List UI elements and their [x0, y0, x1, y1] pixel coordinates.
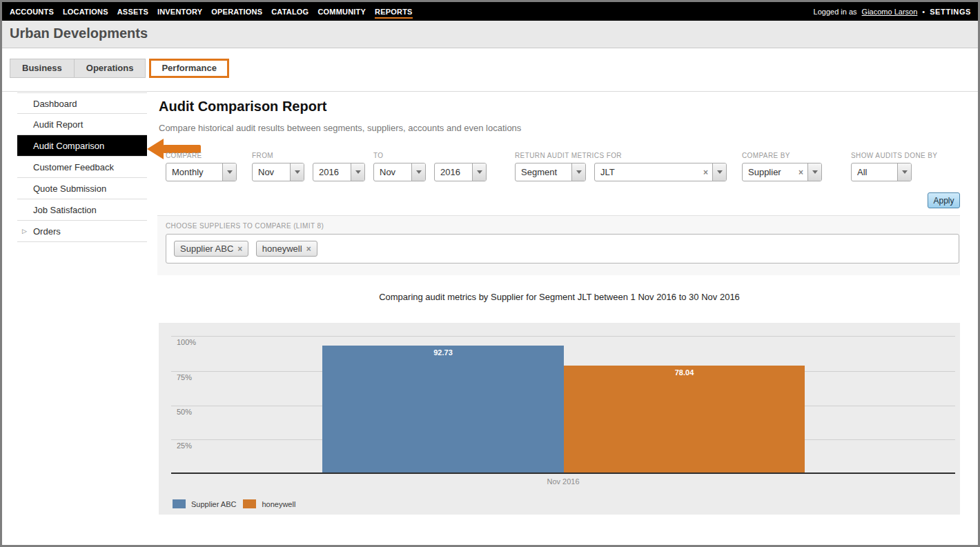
bar-value-label: 78.04: [564, 368, 805, 377]
sidebar-item-orders[interactable]: ▷ Orders: [17, 221, 147, 242]
suppliers-multiselect-input[interactable]: Supplier ABC × honeywell ×: [166, 234, 959, 263]
audits-done-by-value: All: [857, 167, 897, 177]
bar-supplier-abc: 92.73: [322, 346, 564, 473]
y-tick-100: 100%: [177, 338, 196, 346]
from-year-value: 2016: [319, 167, 351, 177]
app-header: Urban Developments: [2, 21, 978, 48]
apply-button[interactable]: Apply: [928, 192, 960, 208]
filter-label-compare-by: COMPARE BY: [742, 152, 790, 159]
chevron-down-icon[interactable]: [351, 163, 364, 181]
from-year-select[interactable]: 2016: [313, 163, 365, 181]
tab-strip: Business Operations Performance: [2, 48, 978, 92]
report-sidebar: Dashboard Audit Report Audit Comparison …: [17, 92, 147, 242]
tabs: Business Operations Performance: [10, 59, 229, 78]
compare-select[interactable]: Monthly: [166, 163, 237, 181]
chart-legend: Supplier ABC honeywell: [173, 499, 295, 508]
chart-title: Comparing audit metrics by Supplier for …: [159, 292, 960, 302]
chevron-down-icon[interactable]: [897, 163, 911, 181]
legend-label: honeywell: [262, 500, 295, 508]
nav-item-locations[interactable]: LOCATIONS: [63, 8, 108, 16]
from-month-select[interactable]: Nov: [252, 163, 304, 181]
user-link[interactable]: Giacomo Larson: [862, 8, 918, 16]
from-month-value: Nov: [258, 167, 290, 177]
sidebar-item-dashboard[interactable]: Dashboard: [17, 92, 147, 114]
app-window: ACCOUNTS LOCATIONS ASSETS INVENTORY OPER…: [0, 0, 980, 547]
bar-chart: 100% 75% 50% 25% 92.73 78.04 Nov 2016 Su…: [159, 323, 960, 515]
filter-label-compare: COMPARE: [166, 152, 202, 159]
legend-item-supplier-abc: Supplier ABC: [173, 499, 236, 508]
chevron-down-icon[interactable]: [411, 163, 425, 181]
bar-honeywell: 78.04: [564, 366, 805, 473]
nav-item-community[interactable]: COMMUNITY: [317, 8, 366, 16]
tab-business[interactable]: Business: [10, 59, 75, 78]
x-axis-category-label: Nov 2016: [171, 477, 955, 486]
chevron-down-icon[interactable]: [571, 163, 585, 181]
choose-suppliers-label: CHOOSE SUPPLIERS TO COMPARE (LIMIT 8): [166, 222, 324, 230]
filter-label-to: TO: [373, 152, 384, 159]
chevron-down-icon[interactable]: [290, 163, 304, 181]
legend-swatch-icon: [243, 499, 256, 508]
metrics-segment-value: JLT: [600, 167, 699, 177]
filter-label-from: FROM: [252, 152, 273, 159]
supplier-tag: Supplier ABC ×: [174, 241, 248, 257]
chevron-down-icon[interactable]: [222, 163, 236, 181]
to-month-value: Nov: [380, 167, 411, 177]
separator-bullet: •: [922, 8, 925, 16]
top-nav-right: Logged in as Giacomo Larson • SETTINGS: [814, 2, 971, 21]
nav-item-catalog[interactable]: CATALOG: [271, 8, 308, 16]
chevron-down-icon[interactable]: [712, 163, 726, 181]
choose-suppliers-section: CHOOSE SUPPLIERS TO COMPARE (LIMIT 8) Su…: [157, 215, 960, 275]
x-axis-line: [171, 473, 955, 474]
report-title: Audit Comparison Report: [159, 99, 326, 115]
gridline-100: [171, 336, 955, 337]
filter-label-return-audit-metrics-for: RETURN AUDIT METRICS FOR: [515, 152, 622, 159]
nav-item-inventory[interactable]: INVENTORY: [157, 8, 202, 16]
tab-operations[interactable]: Operations: [74, 59, 146, 78]
to-month-select[interactable]: Nov: [373, 163, 426, 181]
y-tick-50: 50%: [177, 408, 192, 416]
tab-performance[interactable]: Performance: [149, 59, 228, 78]
chevron-down-icon[interactable]: [472, 163, 486, 181]
legend-swatch-icon: [173, 499, 186, 508]
sidebar-item-quote-submission[interactable]: Quote Submission: [17, 178, 147, 199]
filter-label-show-audits-done-by: SHOW AUDITS DONE BY: [851, 152, 937, 159]
to-year-value: 2016: [440, 167, 472, 177]
sidebar-item-customer-feedback[interactable]: Customer Feedback: [17, 157, 147, 178]
clear-icon[interactable]: ×: [699, 168, 712, 177]
y-tick-75: 75%: [177, 373, 192, 381]
clear-icon[interactable]: ×: [794, 168, 807, 177]
nav-item-reports[interactable]: REPORTS: [375, 8, 413, 16]
supplier-tag: honeywell ×: [256, 241, 317, 257]
bar-value-label: 92.73: [322, 348, 564, 357]
compare-by-value: Supplier: [748, 167, 794, 177]
page-title: Urban Developments: [10, 26, 148, 41]
to-year-select[interactable]: 2016: [434, 163, 487, 181]
nav-item-accounts[interactable]: ACCOUNTS: [10, 8, 54, 16]
compare-select-value: Monthly: [172, 167, 222, 177]
sidebar-item-audit-comparison[interactable]: Audit Comparison: [17, 135, 147, 157]
report-subtitle: Compare historical audit results between…: [159, 123, 521, 133]
metrics-type-value: Segment: [521, 167, 571, 177]
expand-triangle-icon[interactable]: ▷: [22, 221, 27, 242]
remove-tag-icon[interactable]: ×: [237, 244, 242, 254]
remove-tag-icon[interactable]: ×: [306, 244, 311, 254]
metrics-segment-select[interactable]: JLT ×: [594, 163, 727, 181]
supplier-tag-label: honeywell: [262, 243, 302, 254]
legend-label: Supplier ABC: [191, 500, 236, 508]
settings-link[interactable]: SETTINGS: [930, 8, 971, 16]
top-nav-bar: ACCOUNTS LOCATIONS ASSETS INVENTORY OPER…: [2, 2, 978, 21]
top-nav: ACCOUNTS LOCATIONS ASSETS INVENTORY OPER…: [10, 2, 413, 21]
nav-item-operations[interactable]: OPERATIONS: [211, 8, 262, 16]
y-tick-25: 25%: [177, 441, 192, 450]
audits-done-by-select[interactable]: All: [851, 163, 912, 181]
legend-item-honeywell: honeywell: [243, 499, 295, 508]
metrics-type-select[interactable]: Segment: [515, 163, 586, 181]
nav-item-assets[interactable]: ASSETS: [117, 8, 148, 16]
sidebar-item-label: Orders: [33, 226, 61, 237]
compare-by-select[interactable]: Supplier ×: [742, 163, 822, 181]
chevron-down-icon[interactable]: [807, 163, 821, 181]
supplier-tag-label: Supplier ABC: [180, 243, 233, 254]
sidebar-item-job-satisfaction[interactable]: Job Satisfaction: [17, 199, 147, 221]
logged-in-label: Logged in as: [814, 8, 857, 16]
sidebar-item-audit-report[interactable]: Audit Report: [17, 114, 147, 135]
